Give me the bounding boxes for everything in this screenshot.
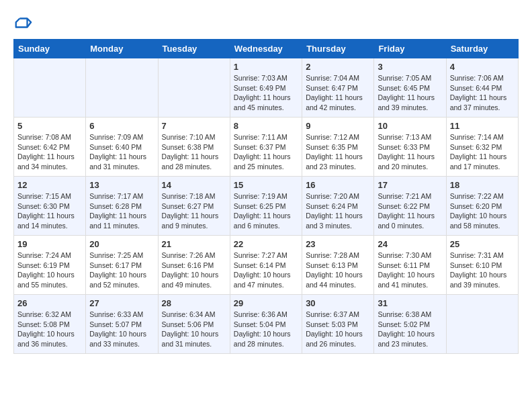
day-number: 20 [89, 239, 154, 249]
day-number: 16 [306, 180, 370, 190]
day-info: Sunrise: 7:13 AM Sunset: 6:33 PM Dayligh… [378, 132, 442, 172]
calendar-cell: 1Sunrise: 7:03 AM Sunset: 6:49 PM Daylig… [230, 58, 302, 118]
calendar-cell: 21Sunrise: 7:26 AM Sunset: 6:16 PM Dayli… [158, 236, 230, 295]
calendar-cell: 29Sunrise: 6:36 AM Sunset: 5:04 PM Dayli… [230, 295, 302, 354]
calendar-cell: 5Sunrise: 7:08 AM Sunset: 6:42 PM Daylig… [14, 118, 86, 177]
calendar-cell: 4Sunrise: 7:06 AM Sunset: 6:44 PM Daylig… [446, 58, 518, 118]
day-info: Sunrise: 7:14 AM Sunset: 6:32 PM Dayligh… [450, 132, 515, 172]
day-info: Sunrise: 6:33 AM Sunset: 5:07 PM Dayligh… [89, 310, 154, 349]
calendar-cell: 30Sunrise: 6:37 AM Sunset: 5:03 PM Dayli… [302, 295, 374, 354]
column-header-friday: Friday [374, 40, 446, 58]
day-info: Sunrise: 7:15 AM Sunset: 6:30 PM Dayligh… [17, 191, 82, 231]
calendar-cell: 16Sunrise: 7:20 AM Sunset: 6:24 PM Dayli… [302, 177, 374, 236]
day-number: 3 [378, 62, 442, 72]
calendar-week-row: 12Sunrise: 7:15 AM Sunset: 6:30 PM Dayli… [14, 177, 519, 236]
day-number: 31 [378, 298, 442, 308]
day-number: 7 [162, 121, 226, 131]
calendar-cell: 6Sunrise: 7:09 AM Sunset: 6:40 PM Daylig… [86, 118, 158, 177]
day-info: Sunrise: 7:27 AM Sunset: 6:14 PM Dayligh… [234, 250, 298, 290]
day-number: 2 [306, 62, 370, 72]
day-info: Sunrise: 7:22 AM Sunset: 6:20 PM Dayligh… [450, 191, 515, 231]
day-info: Sunrise: 7:30 AM Sunset: 6:11 PM Dayligh… [378, 250, 442, 290]
calendar-week-row: 26Sunrise: 6:32 AM Sunset: 5:08 PM Dayli… [14, 295, 519, 354]
calendar-cell: 23Sunrise: 7:28 AM Sunset: 6:13 PM Dayli… [302, 236, 374, 295]
calendar-cell: 25Sunrise: 7:31 AM Sunset: 6:10 PM Dayli… [446, 236, 518, 295]
day-number: 22 [234, 239, 298, 249]
calendar-cell: 19Sunrise: 7:24 AM Sunset: 6:19 PM Dayli… [14, 236, 86, 295]
day-info: Sunrise: 6:34 AM Sunset: 5:06 PM Dayligh… [162, 310, 226, 349]
day-number: 30 [306, 298, 370, 308]
day-info: Sunrise: 7:21 AM Sunset: 6:22 PM Dayligh… [378, 191, 442, 231]
column-header-tuesday: Tuesday [158, 40, 230, 58]
day-info: Sunrise: 7:04 AM Sunset: 6:47 PM Dayligh… [306, 73, 370, 113]
day-info: Sunrise: 7:09 AM Sunset: 6:40 PM Dayligh… [89, 132, 154, 172]
day-info: Sunrise: 7:06 AM Sunset: 6:44 PM Dayligh… [450, 73, 515, 113]
day-info: Sunrise: 7:11 AM Sunset: 6:37 PM Dayligh… [234, 132, 298, 172]
day-info: Sunrise: 7:25 AM Sunset: 6:17 PM Dayligh… [89, 250, 154, 290]
day-info: Sunrise: 6:32 AM Sunset: 5:08 PM Dayligh… [17, 310, 82, 349]
calendar-cell: 8Sunrise: 7:11 AM Sunset: 6:37 PM Daylig… [230, 118, 302, 177]
day-info: Sunrise: 7:31 AM Sunset: 6:10 PM Dayligh… [450, 250, 515, 290]
day-info: Sunrise: 7:26 AM Sunset: 6:16 PM Dayligh… [162, 250, 226, 290]
day-number: 17 [378, 180, 442, 190]
calendar-header-row: SundayMondayTuesdayWednesdayThursdayFrid… [14, 40, 519, 58]
day-info: Sunrise: 7:05 AM Sunset: 6:45 PM Dayligh… [378, 73, 442, 113]
day-info: Sunrise: 7:03 AM Sunset: 6:49 PM Dayligh… [234, 73, 298, 113]
calendar-cell: 12Sunrise: 7:15 AM Sunset: 6:30 PM Dayli… [14, 177, 86, 236]
calendar-cell: 3Sunrise: 7:05 AM Sunset: 6:45 PM Daylig… [374, 58, 446, 118]
column-header-sunday: Sunday [14, 40, 86, 58]
column-header-saturday: Saturday [446, 40, 518, 58]
calendar-cell: 2Sunrise: 7:04 AM Sunset: 6:47 PM Daylig… [302, 58, 374, 118]
day-number: 28 [162, 298, 226, 308]
calendar-week-row: 5Sunrise: 7:08 AM Sunset: 6:42 PM Daylig… [14, 118, 519, 177]
calendar-cell: 17Sunrise: 7:21 AM Sunset: 6:22 PM Dayli… [374, 177, 446, 236]
day-info: Sunrise: 7:28 AM Sunset: 6:13 PM Dayligh… [306, 250, 370, 290]
calendar-cell: 27Sunrise: 6:33 AM Sunset: 5:07 PM Dayli… [86, 295, 158, 354]
calendar-cell: 11Sunrise: 7:14 AM Sunset: 6:32 PM Dayli… [446, 118, 518, 177]
day-info: Sunrise: 6:36 AM Sunset: 5:04 PM Dayligh… [234, 310, 298, 349]
calendar-cell: 10Sunrise: 7:13 AM Sunset: 6:33 PM Dayli… [374, 118, 446, 177]
day-number: 13 [89, 180, 154, 190]
day-info: Sunrise: 7:08 AM Sunset: 6:42 PM Dayligh… [17, 132, 82, 172]
day-number: 19 [17, 239, 82, 249]
calendar-week-row: 19Sunrise: 7:24 AM Sunset: 6:19 PM Dayli… [14, 236, 519, 295]
day-number: 1 [234, 62, 298, 72]
calendar-cell [86, 58, 158, 118]
calendar-cell: 9Sunrise: 7:12 AM Sunset: 6:35 PM Daylig… [302, 118, 374, 177]
day-info: Sunrise: 7:17 AM Sunset: 6:28 PM Dayligh… [89, 191, 154, 231]
day-number: 5 [17, 121, 82, 131]
calendar-table: SundayMondayTuesdayWednesdayThursdayFrid… [13, 39, 519, 354]
day-info: Sunrise: 7:24 AM Sunset: 6:19 PM Dayligh… [17, 250, 82, 290]
day-info: Sunrise: 6:37 AM Sunset: 5:03 PM Dayligh… [306, 310, 370, 349]
calendar-cell [158, 58, 230, 118]
day-number: 29 [234, 298, 298, 308]
calendar-week-row: 1Sunrise: 7:03 AM Sunset: 6:49 PM Daylig… [14, 58, 519, 118]
day-number: 24 [378, 239, 442, 249]
calendar-cell: 15Sunrise: 7:19 AM Sunset: 6:25 PM Dayli… [230, 177, 302, 236]
calendar-cell: 14Sunrise: 7:18 AM Sunset: 6:27 PM Dayli… [158, 177, 230, 236]
day-number: 12 [17, 180, 82, 190]
day-number: 8 [234, 121, 298, 131]
day-number: 18 [450, 180, 515, 190]
day-number: 14 [162, 180, 226, 190]
day-number: 23 [306, 239, 370, 249]
day-number: 25 [450, 239, 515, 249]
column-header-wednesday: Wednesday [230, 40, 302, 58]
calendar-cell [14, 58, 86, 118]
calendar-cell: 7Sunrise: 7:10 AM Sunset: 6:38 PM Daylig… [158, 118, 230, 177]
day-info: Sunrise: 6:38 AM Sunset: 5:02 PM Dayligh… [378, 310, 442, 349]
calendar-cell: 18Sunrise: 7:22 AM Sunset: 6:20 PM Dayli… [446, 177, 518, 236]
header [13, 13, 519, 32]
day-info: Sunrise: 7:19 AM Sunset: 6:25 PM Dayligh… [234, 191, 298, 231]
day-info: Sunrise: 7:20 AM Sunset: 6:24 PM Dayligh… [306, 191, 370, 231]
day-number: 27 [89, 298, 154, 308]
column-header-monday: Monday [86, 40, 158, 58]
day-number: 11 [450, 121, 515, 131]
day-info: Sunrise: 7:12 AM Sunset: 6:35 PM Dayligh… [306, 132, 370, 172]
day-number: 9 [306, 121, 370, 131]
day-number: 6 [89, 121, 154, 131]
calendar-cell: 31Sunrise: 6:38 AM Sunset: 5:02 PM Dayli… [374, 295, 446, 354]
day-number: 15 [234, 180, 298, 190]
day-info: Sunrise: 7:18 AM Sunset: 6:27 PM Dayligh… [162, 191, 226, 231]
day-info: Sunrise: 7:10 AM Sunset: 6:38 PM Dayligh… [162, 132, 226, 172]
